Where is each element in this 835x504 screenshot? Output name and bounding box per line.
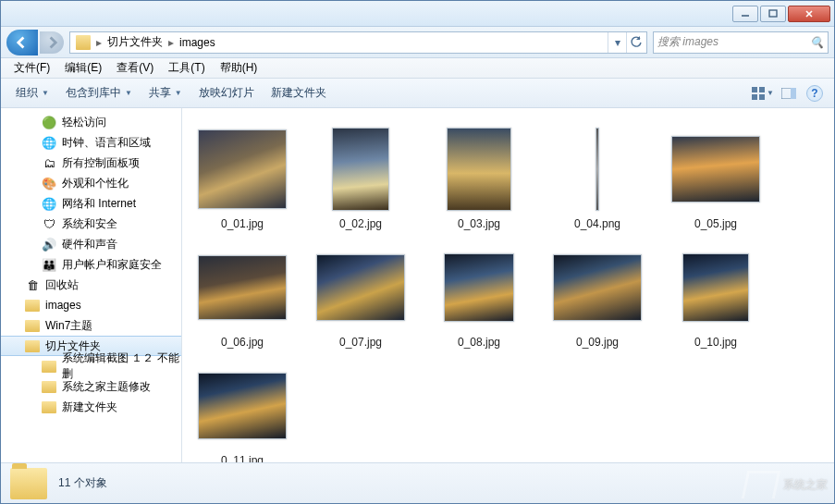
toolbar: 组织▼ 包含到库中▼ 共享▼ 放映幻灯片 新建文件夹 ▼ ? bbox=[1, 79, 834, 108]
tree-item[interactable]: 🌐时钟、语言和区域 bbox=[1, 132, 181, 153]
control-panel-icon: 🔊 bbox=[42, 237, 56, 252]
tree-item-label: 系统之家主题修改 bbox=[62, 379, 151, 395]
file-item[interactable]: 0_08.jpg bbox=[424, 241, 534, 352]
tree-item[interactable]: 🟢轻松访问 bbox=[1, 112, 181, 132]
tree-item[interactable]: 🗑回收站 bbox=[1, 275, 181, 295]
help-icon: ? bbox=[806, 85, 823, 102]
breadcrumb-sep-icon: ▸ bbox=[166, 36, 176, 49]
menu-tools[interactable]: 工具(T) bbox=[161, 58, 212, 78]
file-item[interactable]: 0_11.jpg bbox=[188, 360, 297, 462]
folder-icon bbox=[25, 318, 40, 333]
svg-rect-5 bbox=[759, 87, 765, 92]
share-button[interactable]: 共享▼ bbox=[141, 82, 190, 104]
file-item[interactable]: 0_03.jpg bbox=[424, 123, 534, 234]
svg-rect-9 bbox=[791, 88, 796, 99]
image-thumbnail bbox=[447, 128, 511, 211]
folder-icon bbox=[10, 468, 47, 499]
image-thumbnail bbox=[316, 254, 405, 321]
menu-file[interactable]: 文件(F) bbox=[6, 58, 57, 78]
tree-item-label: 轻松访问 bbox=[62, 115, 106, 130]
tree-item-label: 外观和个性化 bbox=[62, 176, 129, 191]
chevron-down-icon: ▼ bbox=[175, 89, 182, 97]
back-button[interactable] bbox=[6, 30, 38, 55]
svg-rect-6 bbox=[752, 94, 757, 100]
address-bar[interactable]: ▸ 切片文件夹 ▸ images ▾ bbox=[69, 31, 647, 54]
tree-item[interactable]: 🎨外观和个性化 bbox=[1, 173, 181, 193]
file-name: 0_05.jpg bbox=[694, 217, 737, 230]
file-name: 0_08.jpg bbox=[458, 336, 500, 349]
file-name: 0_09.jpg bbox=[576, 336, 619, 349]
organize-button[interactable]: 组织▼ bbox=[8, 82, 56, 104]
menu-view[interactable]: 查看(V) bbox=[109, 58, 161, 78]
tree-item-label: Win7主题 bbox=[45, 318, 92, 334]
file-name: 0_01.jpg bbox=[221, 217, 264, 230]
new-folder-button[interactable]: 新建文件夹 bbox=[264, 82, 334, 104]
chevron-down-icon: ▼ bbox=[42, 89, 49, 97]
menu-help[interactable]: 帮助(H) bbox=[213, 58, 265, 78]
file-item[interactable]: 0_05.jpg bbox=[661, 123, 770, 234]
file-item[interactable]: 0_07.jpg bbox=[306, 241, 415, 352]
nav-tree[interactable]: 🟢轻松访问🌐时钟、语言和区域🗂所有控制面板项🎨外观和个性化🌐网络和 Intern… bbox=[1, 108, 182, 462]
folder-icon bbox=[25, 338, 40, 353]
search-icon: 🔍 bbox=[810, 36, 824, 49]
file-item[interactable]: 0_06.jpg bbox=[188, 241, 297, 352]
thumbnail-grid: 0_01.jpg0_02.jpg0_03.jpg0_04.png0_05.jpg… bbox=[188, 123, 829, 462]
body: 🟢轻松访问🌐时钟、语言和区域🗂所有控制面板项🎨外观和个性化🌐网络和 Intern… bbox=[1, 108, 834, 462]
tree-item-label: 时钟、语言和区域 bbox=[62, 135, 151, 151]
tree-item[interactable]: 👪用户帐户和家庭安全 bbox=[1, 254, 181, 275]
tree-item[interactable]: Win7主题 bbox=[1, 315, 181, 336]
tree-item[interactable]: 🔊硬件和声音 bbox=[1, 234, 181, 254]
menu-edit[interactable]: 编辑(E) bbox=[57, 58, 109, 78]
image-thumbnail bbox=[198, 255, 287, 320]
refresh-button[interactable] bbox=[626, 32, 645, 53]
maximize-button[interactable] bbox=[760, 6, 786, 22]
image-thumbnail bbox=[332, 128, 389, 211]
image-thumbnail bbox=[671, 136, 760, 203]
control-panel-icon: 🟢 bbox=[42, 115, 56, 129]
folder-icon bbox=[25, 298, 40, 313]
breadcrumb-1[interactable]: images bbox=[176, 34, 219, 51]
search-box[interactable]: 搜索 images 🔍 bbox=[653, 31, 829, 54]
titlebar bbox=[1, 1, 834, 27]
file-name: 0_06.jpg bbox=[221, 336, 264, 349]
window-controls bbox=[732, 6, 830, 22]
folder-icon bbox=[76, 35, 91, 50]
breadcrumb-0[interactable]: 切片文件夹 bbox=[104, 32, 166, 52]
address-history-dropdown[interactable]: ▾ bbox=[608, 32, 626, 53]
tree-item-label: 用户帐户和家庭安全 bbox=[62, 257, 162, 273]
preview-pane-button[interactable] bbox=[777, 83, 801, 104]
chevron-down-icon: ▼ bbox=[125, 89, 132, 97]
file-item[interactable]: 0_09.jpg bbox=[543, 241, 652, 352]
file-item[interactable]: 0_04.png bbox=[543, 123, 652, 234]
tree-item[interactable]: 🌐网络和 Internet bbox=[1, 193, 181, 214]
tree-item[interactable]: 🛡系统和安全 bbox=[1, 214, 181, 234]
tree-item-label: images bbox=[45, 299, 81, 312]
folder-icon bbox=[42, 359, 56, 374]
breadcrumb-sep-icon: ▸ bbox=[94, 36, 104, 49]
slideshow-button[interactable]: 放映幻灯片 bbox=[191, 82, 262, 104]
content-pane[interactable]: 0_01.jpg0_02.jpg0_03.jpg0_04.png0_05.jpg… bbox=[182, 108, 834, 462]
close-button[interactable] bbox=[788, 6, 830, 22]
change-view-button[interactable]: ▼ bbox=[751, 83, 775, 104]
item-count: 11 个对象 bbox=[58, 475, 107, 491]
tree-item[interactable]: 🗂所有控制面板项 bbox=[1, 153, 181, 173]
svg-rect-7 bbox=[759, 94, 765, 100]
file-name: 0_11.jpg bbox=[221, 454, 264, 462]
file-name: 0_02.jpg bbox=[339, 217, 382, 230]
forward-button[interactable] bbox=[40, 31, 64, 54]
file-item[interactable]: 0_01.jpg bbox=[188, 123, 297, 234]
tree-item-label: 回收站 bbox=[45, 277, 79, 293]
tree-item[interactable]: 系统编辑截图 １２ 不能删 bbox=[1, 356, 181, 376]
tree-item-label: 系统编辑截图 １２ 不能删 bbox=[62, 350, 181, 382]
explorer-window: ▸ 切片文件夹 ▸ images ▾ 搜索 images 🔍 文件(F) 编辑(… bbox=[0, 0, 835, 504]
image-thumbnail bbox=[198, 373, 287, 439]
control-panel-icon: 🌐 bbox=[42, 135, 56, 150]
tree-item[interactable]: images bbox=[1, 295, 181, 315]
file-item[interactable]: 0_10.jpg bbox=[661, 241, 770, 352]
minimize-button[interactable] bbox=[732, 6, 758, 22]
navbar: ▸ 切片文件夹 ▸ images ▾ 搜索 images 🔍 bbox=[1, 27, 834, 58]
tree-item[interactable]: 新建文件夹 bbox=[1, 397, 181, 417]
help-button[interactable]: ? bbox=[803, 83, 827, 104]
include-in-library-button[interactable]: 包含到库中▼ bbox=[58, 82, 140, 104]
file-item[interactable]: 0_02.jpg bbox=[306, 123, 415, 234]
